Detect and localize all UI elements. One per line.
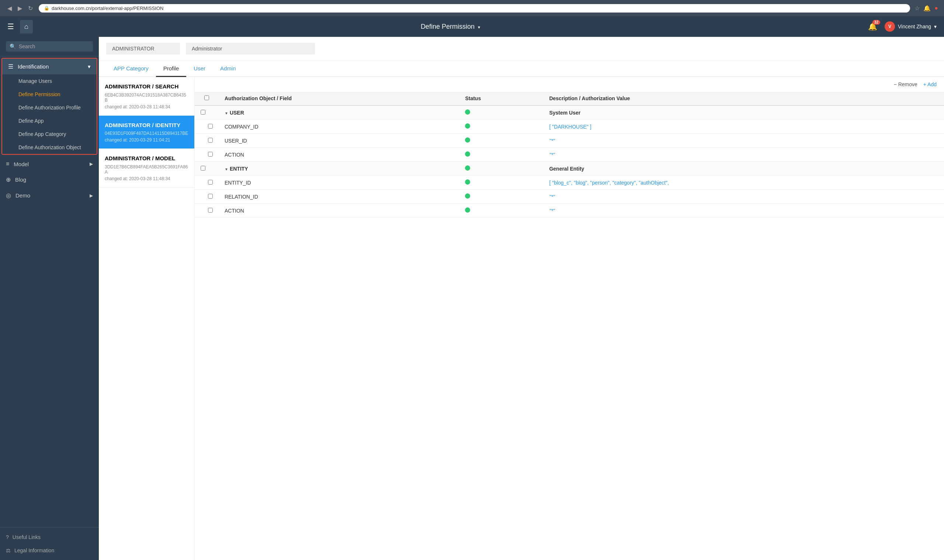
row-checkbox[interactable] [208,124,213,129]
status-cell [459,148,543,162]
authorization-table: Authorization Object / Field Status Desc… [195,92,944,218]
hamburger-menu[interactable]: ☰ [8,22,14,31]
reload-button[interactable]: ↻ [26,3,34,13]
table-header-row: Authorization Object / Field Status Desc… [195,92,944,105]
permission-card[interactable]: ADMINISTRATOR / IDENTITY 04E93D1F009F487… [99,116,194,149]
auth-value-link[interactable]: [ "DARKHOUSE" ] [549,124,591,130]
status-dot [465,109,470,115]
row-checkbox[interactable] [208,208,213,212]
sidebar-nav-item[interactable]: ◎ Demo ▶ [0,188,99,203]
nav-item-label: Model [14,161,29,167]
sidebar-sub-item[interactable]: Define Authorization Object [2,141,97,154]
auth-value-text: System User [549,110,580,116]
tabs-bar: APP CategoryProfileUserAdmin [99,61,944,77]
card-title: ADMINISTRATOR / IDENTITY [105,122,188,129]
auth-object-field: RELATION_ID [219,190,459,204]
sidebar-nav-item[interactable]: ≡ Model ▶ [0,156,99,172]
sidebar-sub-item[interactable]: Define App Category [2,128,97,141]
sidebar-nav-item[interactable]: ⊕ Blog [0,172,99,188]
info-field-role: ADMINISTRATOR [106,43,180,54]
auth-object-field: ENTITY_ID [219,176,459,190]
permission-card[interactable]: ADMINISTRATOR / MODEL 3DD1E7B6CB894FAEA5… [99,149,194,188]
description-cell: "*" [543,134,944,148]
tab-profile[interactable]: Profile [156,61,187,77]
status-dot [465,151,470,157]
home-button[interactable]: ⌂ [20,20,33,34]
row-checkbox-cell [195,148,219,162]
tab-user[interactable]: User [186,61,213,77]
table-row: RELATION_ID "*" [195,190,944,204]
back-button[interactable]: ◀ [6,3,13,13]
permission-card[interactable]: ADMINISTRATOR / SEARCH 6EB4C3B392074AC19… [99,77,194,116]
status-dot [465,165,470,171]
identification-icon: ☰ [8,63,13,70]
status-dot [465,137,470,143]
row-checkbox[interactable] [208,138,213,143]
auth-value-link[interactable]: [ "blog_c", "blog", "person", "category"… [549,180,669,186]
profile-icon[interactable]: ● [935,5,938,11]
tab-app-category[interactable]: APP Category [106,61,156,77]
star-icon[interactable]: ☆ [915,5,920,12]
row-checkbox[interactable] [201,110,205,115]
header-description: Description / Authorization Value [543,92,944,105]
auth-object-field: ACTION [219,204,459,218]
nav-item-chevron: ▶ [89,193,93,198]
info-bar: ADMINISTRATOR Administrator [99,37,944,61]
row-checkbox[interactable] [208,194,213,198]
remove-button[interactable]: − Remove [894,82,918,87]
browser-nav: ◀ ▶ ↻ [6,3,34,13]
description-cell: General Entity [543,162,944,176]
forward-button[interactable]: ▶ [16,3,23,13]
footer-item-label: Useful Links [12,534,40,540]
status-cell [459,105,543,120]
status-cell [459,204,543,218]
status-cell [459,134,543,148]
user-menu-arrow: ▾ [934,23,936,29]
sub-items: Manage UsersDefine PermissionDefine Auth… [2,74,97,154]
nav-item-label: Blog [15,177,26,183]
nav-item-icon: ◎ [6,192,11,199]
notification-button[interactable]: 🔔 32 [868,22,877,31]
auth-value-asterisk: "*" [549,138,555,144]
row-checkbox[interactable] [201,166,205,171]
content-area: ADMINISTRATOR Administrator APP Category… [99,37,944,560]
select-all-checkbox[interactable] [204,95,209,100]
notifications-icon[interactable]: 🔔 [923,5,931,12]
table-row: ACTION "*" [195,148,944,162]
sidebar-sub-item[interactable]: Define Authorization Profile [2,101,97,114]
search-container: 🔍 [0,37,99,56]
permission-list: ADMINISTRATOR / SEARCH 6EB4C3B392074AC19… [99,77,195,560]
sidebar-sub-item[interactable]: Define Permission [2,88,97,101]
identification-label: Identification [18,63,49,70]
header-auth-object: Authorization Object / Field [219,92,459,105]
row-checkbox-cell [195,162,219,176]
card-date: changed at: 2020-03-28 11:48:34 [105,104,188,109]
status-cell [459,176,543,190]
identification-header[interactable]: ☰ Identification ▾ [2,58,97,74]
auth-object-field: USER_ID [219,134,459,148]
description-cell: "*" [543,148,944,162]
header-title: Define Permission ▾ [33,23,868,31]
identification-chevron: ▾ [88,63,91,70]
user-menu[interactable]: V Vincent Zhang ▾ [885,22,936,32]
tab-admin[interactable]: Admin [213,61,244,77]
status-cell [459,162,543,176]
address-bar[interactable]: 🔒 darkhouse.com.cn/portal/external-app/P… [39,4,910,12]
table-body: ▼USER System User COMPANY_ID [ "DARKHOUS… [195,105,944,218]
row-checkbox[interactable] [208,152,213,157]
add-button[interactable]: + Add [923,82,936,87]
search-input[interactable] [19,43,89,49]
footer-item[interactable]: ? Useful Links [0,531,99,544]
footer-item[interactable]: ⚖ Legal Information [0,544,99,557]
table-row: ENTITY_ID [ "blog_c", "blog", "person", … [195,176,944,190]
row-checkbox[interactable] [208,180,213,185]
footer-item-label: Legal Information [14,548,54,553]
expand-triangle: ▼ [225,111,228,115]
status-dot [465,194,470,198]
sidebar-sub-item[interactable]: Define App [2,114,97,128]
status-dot [465,179,470,185]
table-row: COMPANY_ID [ "DARKHOUSE" ] [195,120,944,134]
card-hash: 6EB4C3B392074AC191518A387CB6435B [105,92,188,103]
sidebar-sub-item[interactable]: Manage Users [2,74,97,88]
table-row: ▼USER System User [195,105,944,120]
